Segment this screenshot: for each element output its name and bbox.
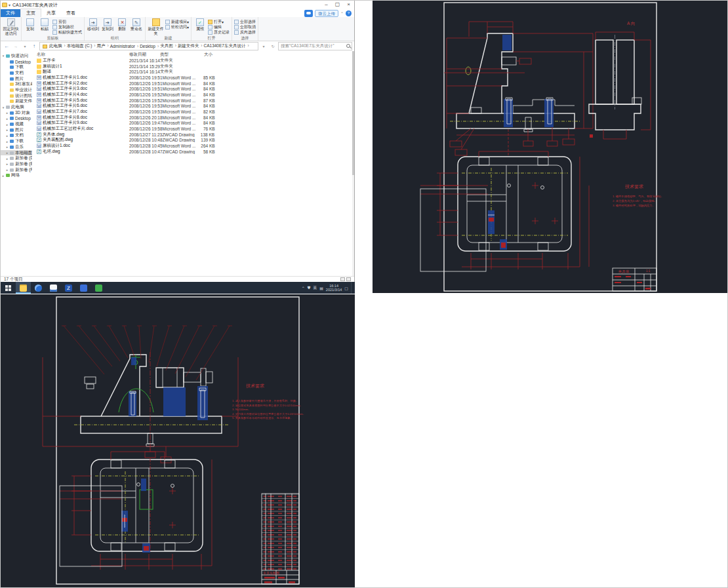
- sidebar-item-volume-e[interactable]: ▸新加卷 (E:): [1, 161, 32, 167]
- search-input[interactable]: [279, 44, 346, 49]
- file-row[interactable]: 机械加工工序卡片7.doc 2008/12/26 19:53 Microsoft…: [32, 109, 354, 115]
- taskbar-app-green[interactable]: [91, 282, 106, 294]
- column-type[interactable]: 类型: [160, 52, 193, 58]
- file-row[interactable]: 机械加工工序卡片1.doc 2008/12/26 19:51 Microsoft…: [32, 75, 354, 81]
- breadcrumb-item[interactable]: 此电脑: [49, 43, 66, 49]
- refresh-icon[interactable]: ↻: [269, 43, 277, 50]
- sidebar-item-desktop[interactable]: Desktop: [1, 59, 32, 65]
- tab-view[interactable]: 查看: [61, 9, 81, 17]
- sidebar-item-volume-f[interactable]: ▸新加卷 (F:): [1, 167, 32, 173]
- file-row[interactable]: 工序卡 2021/3/14 16:14 文件夹: [32, 58, 354, 64]
- taskbar-browser[interactable]: [31, 282, 46, 294]
- help-icon[interactable]: ?: [346, 10, 352, 16]
- file-row[interactable]: 机械加工工序卡片5.doc 2008/12/26 19:52 Microsoft…: [32, 98, 354, 104]
- column-date-modified[interactable]: 修改日期: [129, 52, 160, 58]
- sidebar-item-videos[interactable]: ▸视频: [1, 121, 32, 127]
- breadcrumb-item[interactable]: 用户: [96, 43, 109, 49]
- new-folder-button[interactable]: 新建文件夹: [148, 18, 164, 35]
- sidebar-item-documents[interactable]: 文档: [1, 70, 32, 76]
- close-button[interactable]: ×: [343, 1, 354, 9]
- tray-chevron-icon[interactable]: ⌃: [302, 286, 305, 290]
- quick-access-toolbar[interactable]: ▾: [9, 3, 10, 7]
- sidebar-item-folder1[interactable]: 3柱塞泵单向阀夹具设计: [1, 81, 32, 87]
- history-button[interactable]: 历史记录: [208, 29, 230, 35]
- sidebar-item-folder4[interactable]: 新建文件夹: [1, 99, 32, 105]
- minimize-button[interactable]: –: [321, 1, 332, 9]
- taskbar-explorer[interactable]: [16, 282, 31, 294]
- file-row[interactable]: 毛坯.dwg 2008/12/28 10:47 ZWCAD Drawing 58…: [32, 149, 354, 155]
- pin-to-quick-access-button[interactable]: 固定到快速访问: [3, 18, 19, 35]
- column-size[interactable]: 大小: [193, 52, 212, 58]
- properties-button[interactable]: 属性: [193, 18, 207, 31]
- start-button[interactable]: [1, 282, 16, 294]
- sidebar-item-downloads[interactable]: 下载: [1, 64, 32, 70]
- file-row[interactable]: 原稿设计1 2021/3/14 15:29 文件夹: [32, 64, 354, 69]
- file-row[interactable]: 机械加工工序卡片2.doc 2008/12/26 19:51 Microsoft…: [32, 81, 354, 87]
- invert-selection-button[interactable]: 反向选择: [234, 29, 256, 35]
- paste-button[interactable]: 粘贴: [38, 18, 51, 31]
- tab-file[interactable]: 文件: [1, 9, 20, 17]
- taskbar-wps[interactable]: [46, 282, 61, 294]
- easy-access-button[interactable]: 轻松访问 ▾: [165, 24, 189, 29]
- sidebar-item-3d-objects[interactable]: ▸3D 对象: [1, 110, 32, 116]
- tab-home[interactable]: 主页: [20, 9, 41, 17]
- file-row[interactable]: 夹具体.dwg 2008/12/27 11:23 ZWCAD Drawing 1…: [32, 132, 354, 138]
- breadcrumb-item[interactable]: 本地磁盘 (C:): [66, 43, 96, 49]
- sidebar-item-folder3[interactable]: 设计图纸: [1, 93, 32, 99]
- taskbar-clock[interactable]: 16:14 2021/3/14: [326, 284, 342, 292]
- taskbar-app-blue[interactable]: [76, 282, 91, 294]
- breadcrumb[interactable]: 此电脑本地磁盘 (C:)用户AdministratorDesktop夹具图新建文…: [39, 42, 258, 50]
- sidebar-item-folder2[interactable]: 毕业设计文件: [1, 87, 32, 93]
- sidebar-item-music[interactable]: ▸音乐: [1, 144, 32, 150]
- maximize-button[interactable]: ▢: [332, 1, 343, 9]
- scrollbar-thumb[interactable]: [352, 51, 354, 175]
- file-row[interactable]: 机械加工工序卡片8.doc 2008/12/26 20:18 Microsoft…: [32, 115, 354, 121]
- cloud-upload-badge[interactable]: 微云上传: [315, 10, 338, 17]
- recent-locations-button[interactable]: ▾: [21, 43, 29, 50]
- input-language[interactable]: 英: [313, 285, 317, 291]
- show-desktop-button[interactable]: [351, 282, 353, 294]
- notification-icon[interactable]: ▢: [344, 286, 348, 290]
- move-to-button[interactable]: ➜移动到: [87, 18, 100, 31]
- file-row[interactable]: 原稿设计1.doc 2008/12/28 10:45 Microsoft Wor…: [32, 143, 354, 149]
- file-row[interactable]: 机械加工工序卡片9.doc 2008/12/26 19:47 Microsoft…: [32, 121, 354, 127]
- breadcrumb-item[interactable]: Administrator: [110, 44, 139, 49]
- sidebar-item-volume-d[interactable]: ▸新加卷 (D:): [1, 155, 32, 161]
- thumbnail-view-icon[interactable]: [346, 277, 351, 281]
- sidebar-item-pc-documents[interactable]: ▸文档: [1, 133, 32, 139]
- sidebar-item-pc-pictures[interactable]: ▸图片: [1, 127, 32, 133]
- breadcrumb-item[interactable]: 新建文件夹: [177, 43, 203, 49]
- paste-shortcut-button[interactable]: 粘贴快捷方式: [52, 29, 82, 35]
- copy-to-button[interactable]: ➜复制到: [101, 18, 114, 31]
- sidebar-item-pc-desktop[interactable]: ▸Desktop: [1, 116, 32, 122]
- copy-button[interactable]: 复制: [24, 18, 37, 31]
- address-dropdown-icon[interactable]: ▾: [260, 43, 268, 50]
- breadcrumb-item[interactable]: 夹具图: [159, 43, 177, 49]
- scrollbar[interactable]: [352, 51, 354, 276]
- volume-icon[interactable]: ▤: [319, 286, 323, 290]
- sidebar-section-this-pc[interactable]: ▾此电脑: [1, 104, 32, 110]
- file-row[interactable]: 机械加工工序卡片4.doc 2008/12/26 19:52 Microsoft…: [32, 92, 354, 98]
- file-row[interactable]: 机械加工工艺过程卡片.doc 2008/12/26 19:58 Microsof…: [32, 126, 354, 132]
- file-row[interactable]: 夹具装配图.dwg 2008/12/28 10:48 ZWCAD Drawing…: [32, 138, 354, 144]
- taskbar-zwcad[interactable]: Z: [61, 282, 76, 294]
- rename-button[interactable]: ✎重命名: [130, 18, 143, 31]
- up-button[interactable]: ↑: [30, 43, 38, 50]
- file-row[interactable]: 机械加工工序卡片6.doc 2008/12/26 19:53 Microsoft…: [32, 104, 354, 109]
- list-view-icon[interactable]: [340, 277, 345, 281]
- breadcrumb-item[interactable]: CA1340E7车夹具设计: [203, 43, 250, 49]
- sidebar-item-local-disk-c[interactable]: ▸本地磁盘 (C:): [1, 150, 32, 156]
- sidebar-item-pictures[interactable]: 图片: [1, 76, 32, 82]
- file-row[interactable]: 机械加工工序卡片3.doc 2008/12/26 19:51 Microsoft…: [32, 86, 354, 92]
- column-name[interactable]: 名称: [32, 52, 129, 58]
- breadcrumb-item[interactable]: Desktop: [139, 44, 159, 49]
- sidebar-section-quick-access[interactable]: ▾快速访问: [1, 53, 32, 59]
- file-row[interactable]: 翻译 2021/3/14 16:14 文件夹: [32, 69, 354, 75]
- sidebar-section-network[interactable]: ▸网络: [1, 172, 32, 178]
- back-button[interactable]: ←: [3, 43, 10, 50]
- sidebar-item-pc-downloads[interactable]: ▸下载: [1, 138, 32, 144]
- tab-share[interactable]: 共享: [41, 9, 61, 17]
- shield-icon[interactable]: ⛊: [308, 286, 311, 290]
- forward-button[interactable]: →: [12, 43, 20, 50]
- ribbon-collapse-icon[interactable]: ⌃: [340, 11, 344, 16]
